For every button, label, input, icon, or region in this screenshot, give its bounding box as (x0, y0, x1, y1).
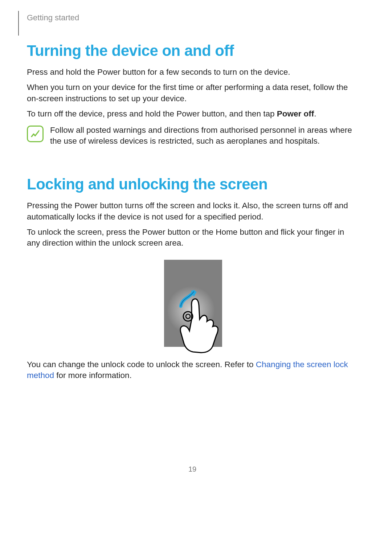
note-icon (27, 126, 44, 142)
hand-gesture-icon (177, 292, 224, 354)
note-text: Follow all posted warnings and direction… (50, 125, 359, 147)
paragraph: To turn off the device, press and hold t… (27, 108, 359, 119)
paragraph: You can change the unlock code to unlock… (27, 359, 359, 381)
paragraph: Press and hold the Power button for a fe… (27, 67, 359, 78)
text: for more information. (54, 371, 132, 380)
text: . (314, 109, 316, 118)
text: You can change the unlock code to unlock… (27, 360, 256, 369)
note-block: Follow all posted warnings and direction… (27, 125, 359, 147)
text-bold: Power off (277, 109, 314, 118)
page-number: 19 (18, 465, 367, 473)
breadcrumb: Getting started (27, 11, 367, 22)
paragraph: Pressing the Power button turns off the … (27, 200, 359, 222)
paragraph: To unlock the screen, press the Power bu… (27, 227, 359, 249)
device-screen-illustration (164, 260, 222, 347)
text: To turn off the device, press and hold t… (27, 109, 277, 118)
svg-point-1 (186, 314, 190, 319)
heading-turning-device-on-off: Turning the device on and off (27, 42, 359, 59)
page-content: Turning the device on and off Press and … (27, 42, 359, 381)
heading-locking-unlocking: Locking and unlocking the screen (27, 176, 359, 193)
header-rule (18, 11, 19, 36)
paragraph: When you turn on your device for the fir… (27, 82, 359, 104)
figure-unlock-gesture (27, 260, 359, 347)
